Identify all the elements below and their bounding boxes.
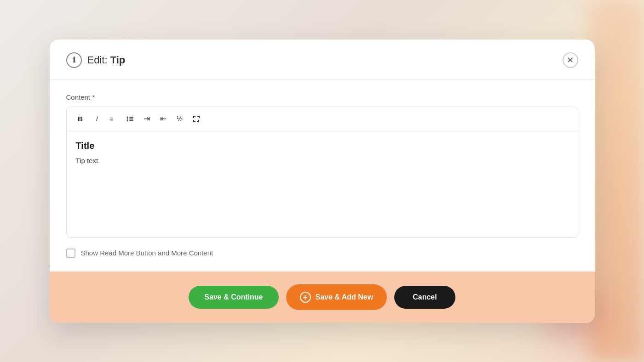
toolbar-bold-button[interactable]: B [73,112,88,126]
modal-title: Edit: Tip [87,54,126,66]
modal-footer: Save & Continue + Save & Add New Cancel [50,272,595,323]
show-read-more-label[interactable]: Show Read More Button and More Content [81,249,213,257]
editor-toolbar: B I ≡ ⇥ [67,107,578,131]
save-add-new-button[interactable]: + Save & Add New [286,284,387,310]
svg-rect-5 [129,119,133,119]
toolbar-outdent-button[interactable]: ⇤ [156,112,171,126]
toolbar-unordered-list-button[interactable] [123,112,138,126]
show-read-more-row: Show Read More Button and More Content [66,249,578,258]
modal-dialog: ℹ Edit: Tip ✕ Content * B I ≡ [50,40,595,323]
editor-text: Tip text. [76,157,569,164]
svg-point-2 [126,118,128,119]
svg-point-3 [126,120,128,121]
save-continue-button[interactable]: Save & Continue [189,286,278,309]
editor-title: Title [76,141,569,151]
toolbar-fraction-button[interactable]: ½ [172,112,187,126]
modal-header: ℹ Edit: Tip ✕ [50,40,595,79]
modal-body: Content * B I ≡ [50,79,595,272]
svg-rect-4 [129,117,133,118]
modal-title-group: ℹ Edit: Tip [66,52,126,68]
plus-icon: + [300,292,311,303]
content-field-label: Content * [66,93,578,101]
show-read-more-checkbox[interactable] [66,249,75,258]
toolbar-fullscreen-button[interactable] [189,112,204,126]
toolbar-indent-button[interactable]: ⇥ [139,112,154,126]
cancel-button[interactable]: Cancel [394,286,455,309]
svg-text:≡: ≡ [109,115,113,123]
toolbar-italic-button[interactable]: I [90,112,104,126]
editor-content-area[interactable]: Title Tip text. [67,131,578,237]
svg-point-1 [126,116,128,118]
toolbar-ordered-list-button[interactable]: ≡ [106,112,121,126]
svg-rect-6 [129,120,133,121]
close-button[interactable]: ✕ [563,52,578,68]
info-icon: ℹ [66,52,82,68]
rich-text-editor: B I ≡ ⇥ [66,107,578,238]
